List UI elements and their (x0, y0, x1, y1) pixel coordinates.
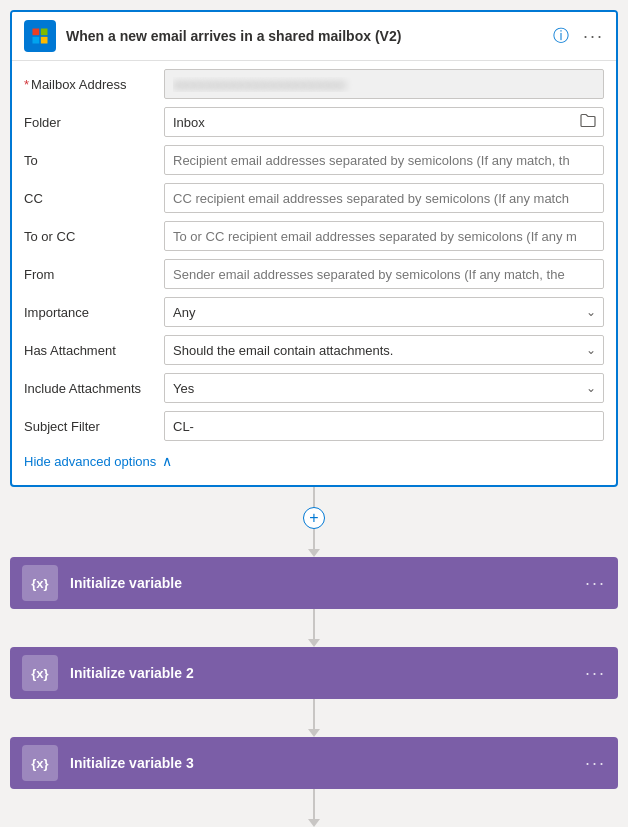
init2-menu-button[interactable]: ··· (585, 663, 606, 684)
add-step-connector: + (303, 487, 325, 557)
folder-input-wrapper (164, 107, 604, 137)
svg-rect-3 (41, 37, 48, 44)
line-3 (313, 789, 315, 819)
has-attachment-row: Has Attachment Should the email contain … (24, 335, 604, 365)
init1-menu-button[interactable]: ··· (585, 573, 606, 594)
mailbox-input[interactable] (164, 69, 604, 99)
init3-menu-button[interactable]: ··· (585, 753, 606, 774)
action-card-init3[interactable]: {x} Initialize variable 3 ··· (10, 737, 618, 789)
folder-input[interactable] (164, 107, 604, 137)
arrow-3 (308, 819, 320, 827)
hide-advanced-label: Hide advanced options (24, 454, 156, 469)
svg-rect-1 (41, 29, 48, 36)
trigger-card: When a new email arrives in a shared mai… (10, 10, 618, 487)
folder-label: Folder (24, 115, 164, 130)
importance-select[interactable]: Any High Normal Low (164, 297, 604, 327)
importance-label: Importance (24, 305, 164, 320)
subject-filter-label: Subject Filter (24, 419, 164, 434)
init3-icon: {x} (31, 756, 48, 771)
from-input[interactable] (164, 259, 604, 289)
connector-3 (308, 789, 320, 827)
svg-rect-2 (33, 37, 40, 44)
init2-icon: {x} (31, 666, 48, 681)
trigger-menu-button[interactable]: ··· (583, 26, 604, 47)
trigger-header: When a new email arrives in a shared mai… (12, 12, 616, 61)
cc-label: CC (24, 191, 164, 206)
has-attachment-select[interactable]: Should the email contain attachments. Ye… (164, 335, 604, 365)
connector-2 (308, 699, 320, 737)
to-or-cc-input[interactable] (164, 221, 604, 251)
to-or-cc-row: To or CC (24, 221, 604, 251)
from-row: From (24, 259, 604, 289)
to-input[interactable] (164, 145, 604, 175)
hide-advanced-button[interactable]: Hide advanced options ∧ (24, 449, 604, 473)
add-step-button[interactable]: + (303, 507, 325, 529)
to-row: To (24, 145, 604, 175)
to-or-cc-label: To or CC (24, 229, 164, 244)
init3-title: Initialize variable 3 (70, 755, 585, 771)
cc-row: CC (24, 183, 604, 213)
init2-title: Initialize variable 2 (70, 665, 585, 681)
required-indicator: * (24, 77, 29, 92)
cc-input[interactable] (164, 183, 604, 213)
init3-icon-box: {x} (22, 745, 58, 781)
connector-line-bottom (313, 529, 315, 549)
init1-icon: {x} (31, 576, 48, 591)
connector-arrow (308, 549, 320, 557)
mailbox-row: *Mailbox Address (24, 69, 604, 99)
include-attachments-row: Include Attachments Yes No ⌄ (24, 373, 604, 403)
from-label: From (24, 267, 164, 282)
init1-icon-box: {x} (22, 565, 58, 601)
has-attachment-select-wrapper: Should the email contain attachments. Ye… (164, 335, 604, 365)
connector-1 (308, 609, 320, 647)
canvas: When a new email arrives in a shared mai… (0, 0, 628, 827)
include-attachments-label: Include Attachments (24, 381, 164, 396)
connector-line-top (313, 487, 315, 507)
include-attachments-select[interactable]: Yes No (164, 373, 604, 403)
info-icon[interactable]: ⓘ (553, 26, 569, 47)
trigger-body: *Mailbox Address Folder To (12, 61, 616, 485)
subject-filter-row: Subject Filter (24, 411, 604, 441)
init1-title: Initialize variable (70, 575, 585, 591)
line-1 (313, 609, 315, 639)
to-label: To (24, 153, 164, 168)
arrow-1 (308, 639, 320, 647)
action-card-init1[interactable]: {x} Initialize variable ··· (10, 557, 618, 609)
importance-select-wrapper: Any High Normal Low ⌄ (164, 297, 604, 327)
has-attachment-label: Has Attachment (24, 343, 164, 358)
trigger-title: When a new email arrives in a shared mai… (66, 28, 543, 44)
chevron-up-icon: ∧ (162, 453, 172, 469)
init2-icon-box: {x} (22, 655, 58, 691)
line-2 (313, 699, 315, 729)
subject-filter-input[interactable] (164, 411, 604, 441)
arrow-2 (308, 729, 320, 737)
importance-row: Importance Any High Normal Low ⌄ (24, 297, 604, 327)
trigger-app-icon (24, 20, 56, 52)
mailbox-label: *Mailbox Address (24, 77, 164, 92)
include-attachments-select-wrapper: Yes No ⌄ (164, 373, 604, 403)
action-card-init2[interactable]: {x} Initialize variable 2 ··· (10, 647, 618, 699)
svg-rect-0 (33, 29, 40, 36)
folder-row: Folder (24, 107, 604, 137)
